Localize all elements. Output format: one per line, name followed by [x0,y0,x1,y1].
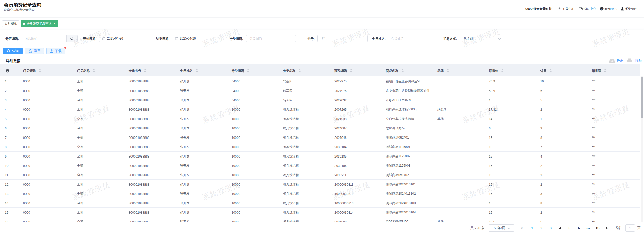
svg-text:?: ? [601,7,602,10]
